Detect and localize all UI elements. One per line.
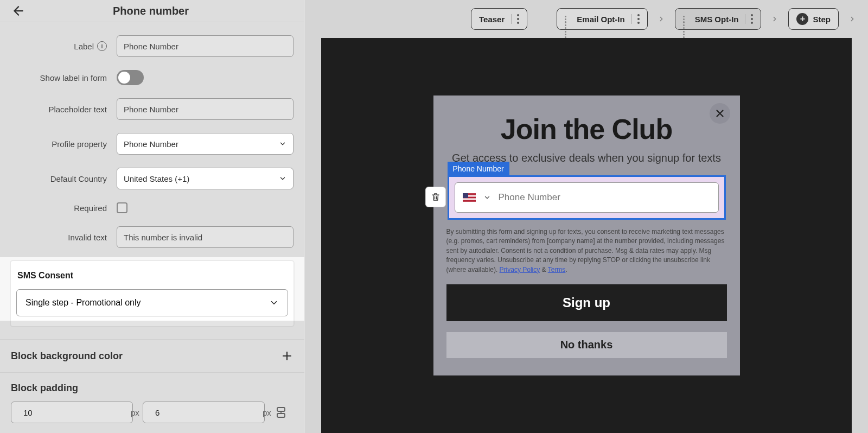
sms-consent-title: SMS Consent	[16, 271, 288, 281]
placeholder-input[interactable]	[117, 98, 293, 120]
info-icon[interactable]: i	[97, 41, 107, 51]
add-step-button[interactable]: + Step	[788, 8, 839, 30]
svg-point-7	[517, 14, 519, 16]
more-icon[interactable]	[511, 14, 519, 24]
sms-consent-section: SMS Consent Single step - Promotional on…	[11, 261, 293, 326]
chevron-down-icon	[279, 175, 286, 182]
show-label-toggle[interactable]	[117, 70, 144, 85]
privacy-policy-link[interactable]: Privacy Policy	[500, 266, 540, 273]
required-checkbox[interactable]	[117, 202, 127, 213]
svg-point-15	[751, 22, 753, 24]
modal-title: Join the Club	[446, 113, 727, 145]
svg-point-10	[637, 14, 640, 16]
legal-text: By submitting this form and signing up f…	[446, 227, 727, 275]
plus-circle-icon: +	[796, 13, 808, 25]
more-icon[interactable]	[631, 14, 640, 24]
back-button[interactable]	[11, 3, 26, 18]
svg-rect-5	[277, 413, 285, 417]
phone-placeholder: Phone Number	[499, 192, 560, 203]
required-label: Required	[11, 203, 117, 213]
block-bg-color-row[interactable]: Block background color	[0, 339, 304, 372]
profile-property-select[interactable]: Phone Number	[117, 133, 293, 155]
close-icon	[714, 107, 726, 119]
signup-modal: Join the Club Get access to exclusive de…	[433, 95, 740, 375]
block-padding-section: Block padding px px	[0, 372, 304, 433]
sidebar-header: Phone number	[0, 0, 304, 22]
plus-icon	[280, 349, 293, 362]
svg-point-14	[751, 18, 753, 20]
chevron-down-icon	[279, 140, 286, 148]
svg-point-11	[637, 18, 640, 20]
settings-sidebar: Phone number Label i Show label in form …	[0, 0, 305, 433]
svg-rect-4	[277, 407, 285, 411]
invalid-text-input[interactable]	[117, 226, 293, 248]
preview-stage: Join the Club Get access to exclusive de…	[321, 38, 852, 433]
step-bar: Teaser Email Opt-In SMS Opt-In + Step	[305, 0, 868, 38]
sms-optin-step[interactable]: SMS Opt-In	[675, 8, 762, 30]
phone-input[interactable]: Phone Number	[455, 182, 719, 213]
drag-handle-icon[interactable]	[683, 16, 691, 23]
svg-point-9	[517, 22, 519, 24]
phone-number-block[interactable]: Phone Number Phone Number	[448, 175, 726, 220]
trash-icon	[431, 192, 441, 202]
block-padding-label: Block padding	[11, 383, 293, 394]
chevron-right-icon	[848, 15, 856, 23]
arrow-left-icon	[11, 4, 25, 18]
svg-point-8	[517, 18, 519, 20]
profile-property-label: Profile property	[11, 139, 117, 149]
chevron-right-icon	[771, 15, 778, 23]
block-bg-color-label: Block background color	[11, 351, 123, 362]
chevron-down-icon[interactable]	[483, 194, 491, 201]
invalid-text-label: Invalid text	[11, 233, 117, 242]
drag-handle-icon[interactable]	[565, 16, 572, 23]
svg-point-12	[637, 22, 640, 24]
no-thanks-button[interactable]: No thanks	[446, 332, 727, 358]
chevron-right-icon	[658, 15, 665, 23]
preview-canvas: Teaser Email Opt-In SMS Opt-In + Step	[305, 0, 868, 433]
close-button[interactable]	[710, 103, 730, 124]
padding-side-input[interactable]: px	[143, 402, 265, 423]
link-padding-icon[interactable]	[275, 406, 288, 419]
us-flag-icon	[463, 193, 476, 202]
default-country-label: Default Country	[11, 174, 117, 183]
delete-block-button[interactable]	[425, 187, 446, 207]
teaser-step[interactable]: Teaser	[471, 8, 527, 30]
sms-consent-select[interactable]: Single step - Promotional only	[16, 289, 288, 316]
padding-top-input[interactable]: px	[11, 402, 133, 423]
show-label-in-form-label: Show label in form	[11, 73, 117, 82]
placeholder-label: Placeholder text	[11, 105, 117, 114]
phone-block-tag: Phone Number	[448, 162, 509, 176]
label-input[interactable]	[117, 35, 293, 57]
default-country-select[interactable]: United States (+1)	[117, 168, 293, 189]
terms-link[interactable]: Terms	[548, 266, 566, 273]
label-field-label: Label i	[11, 41, 117, 51]
signup-button[interactable]: Sign up	[446, 284, 727, 321]
more-icon[interactable]	[745, 14, 753, 24]
chevron-down-icon	[269, 298, 279, 308]
email-optin-step[interactable]: Email Opt-In	[557, 8, 647, 30]
svg-point-13	[751, 14, 753, 16]
sidebar-title: Phone number	[113, 5, 189, 17]
